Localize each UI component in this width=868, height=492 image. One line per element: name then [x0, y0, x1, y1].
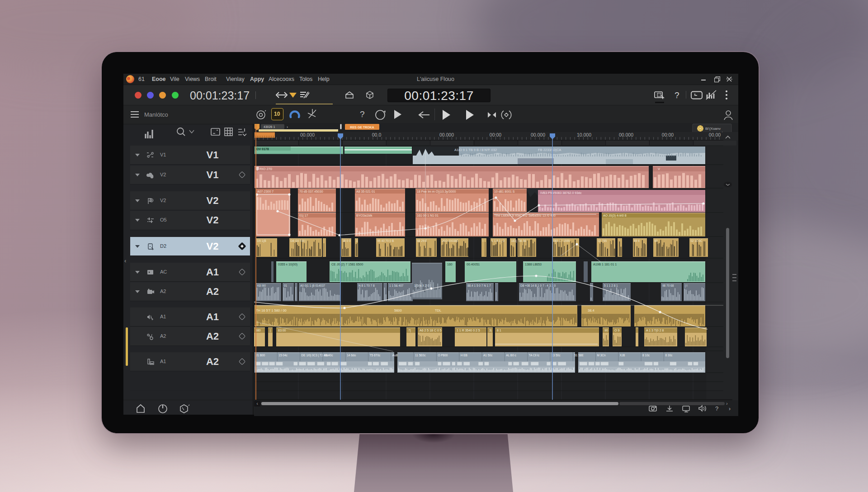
svg-text:11 5E0c: 11 5E0c [415, 354, 426, 357]
svg-text:A1iO 9 1 TB 9 B / 8 N'P. 032: A1iO 9 1 TB 9 B / 8 N'P. 032 [454, 148, 497, 152]
svg-text:1388 L8653: 1388 L8653 [525, 263, 542, 266]
svg-text:D8 G0 700 |: D8 G0 700 | [291, 239, 307, 243]
svg-text:TA Cll lc: TA Cll lc [529, 354, 540, 357]
svg-text:183|: 183| [511, 239, 517, 243]
svg-text:I: I [483, 239, 484, 242]
svg-text:69 ¢: 69 ¢ [634, 239, 640, 242]
svg-text:A19B 1 181 01 1: A19B 1 181 01 1 [593, 263, 617, 266]
svg-text:TH 16 5'7 1 580 / 00: TH 16 5'7 1 580 / 00 [256, 308, 287, 312]
svg-text:| I: | I [685, 284, 687, 288]
svg-text:10.000: 10.000 [577, 132, 591, 137]
svg-text:1 1 R 3540 0 2 5: 1 1 R 3540 0 2 5 [457, 329, 480, 332]
svg-text:1(5/|k X 2 0 ]: 1(5/|k X 2 0 ] [414, 284, 431, 288]
svg-text:70 d5 037.45030: 70 d5 037.45030 [299, 190, 323, 193]
svg-text:5 1 1 2 8 1: 5 1 1 2 8 1 [604, 284, 618, 287]
svg-text:00.000: 00.000 [619, 132, 633, 137]
svg-text:AL B0 c: AL B0 c [506, 354, 516, 357]
svg-text:00.000: 00.000 [300, 132, 315, 137]
svg-text:18 0 0: 18 0 0 [343, 239, 351, 242]
svg-text:160: 160 [447, 263, 453, 266]
svg-text:A8 35 021 01: A8 35 021 01 [356, 190, 375, 193]
svg-text:08 36: 08 36 [519, 239, 527, 242]
svg-text:AO J0(3) 4-tri0 8: AO J0(3) 4-tri0 8 [603, 214, 627, 218]
svg-text:43026 1: 43026 1 [264, 125, 275, 128]
svg-text:1 1 5& 407: 1 1 5& 407 [389, 284, 404, 287]
svg-text:01: 01 [284, 284, 288, 287]
svg-text:14 6do: 14 6do [347, 354, 356, 357]
svg-text:68 29:8: 68 29:8 [417, 239, 427, 242]
svg-text:01 40c: 01 40c [324, 354, 333, 357]
svg-text:10 d81 8001 S: 10 d81 8001 S [494, 190, 515, 193]
svg-text:D8 +08 14 B 1 0 7 - 4 3 2 0: D8 +08 14 B 1 0 7 - 4 3 2 0 [520, 284, 556, 287]
svg-text:': ' [722, 131, 722, 134]
svg-text:95 40 70 0 B: 95 40 70 0 B [377, 239, 394, 242]
svg-text:A 1 3 T|0 2 8: A 1 3 T|0 2 8 [646, 329, 664, 332]
svg-text:›: › [287, 125, 288, 129]
svg-text:K8 I90: K8 I90 [257, 284, 266, 287]
svg-text:90: 90 [604, 329, 608, 332]
svg-text:01| 17: 01| 17 [299, 214, 308, 218]
svg-text:8 30c: 8 30c [665, 354, 673, 357]
svg-text:A6 2 5 18 C 0 5: A6 2 5 18 C 0 5 [420, 329, 442, 332]
svg-text:N 8 1 T0 7 8: N 8 1 T0 7 8 [359, 284, 375, 287]
svg-text:20/3 200380: 20/3 200380 [442, 239, 459, 242]
svg-text:T5 6T0c: T5 6T0c [370, 354, 381, 357]
svg-text:A0 0|1 1 (8 014037: A0 0|1 1 (8 014037 [300, 284, 326, 288]
svg-text:00.000: 00.000 [531, 132, 545, 137]
svg-text:98 70 68: 98 70 68 [662, 284, 674, 287]
svg-text:60: 60 [655, 239, 658, 242]
svg-text:8 1: 8 1 [497, 329, 501, 332]
svg-text:OV 0178: OV 0178 [256, 147, 269, 151]
svg-text:BYO3a1blk: BYO3a1blk [356, 214, 373, 217]
svg-text:3: 3 [356, 239, 358, 242]
svg-text:161 00 1 N1 01: 161 00 1 N1 01 [417, 214, 439, 217]
svg-text:0355 x 10(00): 0355 x 10(00) [278, 263, 297, 266]
svg-text:A1 50c: A1 50c [483, 354, 493, 357]
svg-text:Bl'(Xoanv: Bl'(Xoanv [705, 127, 721, 131]
svg-text:02 785: 02 785 [598, 239, 607, 242]
svg-text:081 L7 1555: 081 L7 1555 [554, 239, 571, 242]
svg-text:00:00: 00:00 [662, 132, 674, 137]
svg-text:02 10 0C: 02 10 0C [691, 239, 703, 242]
svg-text:O P800: O P800 [438, 354, 448, 357]
svg-text:A07-2300 7: A07-2300 7 [257, 190, 274, 193]
svg-text:XJ8: XJ8 [620, 354, 625, 357]
svg-text:TDL: TDL [435, 308, 441, 312]
svg-text:00:00: 00:00 [490, 132, 501, 137]
svg-text:V: V [658, 167, 660, 171]
svg-text:CE J0 (2) 7 1581 6500: CE J0 (2) 7 1581 6500 [331, 263, 363, 266]
svg-text:8 10c: 8 10c [642, 354, 650, 357]
svg-text:RES GE TROKA: RES GE TROKA [350, 126, 374, 129]
svg-text:M 3Cn: M 3Cn [597, 354, 606, 357]
svg-text:5600: 5600 [394, 308, 402, 312]
svg-text:3|: 3| [489, 329, 492, 332]
svg-text:88.4 1 5 0 7 N 1 7: 88.4 1 5 0 7 N 1 7 [467, 284, 491, 287]
svg-text:83:00: 83:00 [278, 329, 286, 332]
svg-text:|: | [270, 329, 271, 332]
svg-text:13 50c: 13 50c [552, 354, 561, 357]
svg-text:?: ? [715, 405, 718, 412]
svg-text:15 04c: 15 04c [278, 354, 288, 357]
svg-text:D5 1(B: D5 1(B [257, 239, 266, 243]
svg-text:1 1 8 1 | 2: 1 1 8 1 | 2 [492, 239, 505, 243]
svg-text:RIO 270: RIO 270 [259, 167, 272, 171]
svg-text:7|: 7| [408, 329, 411, 332]
svg-text:00.0: 00.0 [372, 132, 382, 137]
svg-text:IVB3 P50/5083 38762.0 93dc: IVB3 P50/5083 38762.0 93dc [540, 191, 582, 194]
svg-text:›: › [729, 406, 731, 412]
svg-text:00.00: 00.00 [709, 132, 721, 137]
svg-text:J1 B00: J1 B00 [256, 354, 265, 357]
svg-text:O 9: O 9 [614, 329, 619, 332]
svg-text:00.40051: 00.40051 [467, 263, 480, 266]
svg-text:38.4: 38.4 [588, 308, 594, 312]
svg-text:H EB: H EB [461, 354, 467, 357]
svg-text:Au8: Au8 [392, 354, 398, 357]
svg-text:51 58E: 51 58E [574, 354, 584, 357]
svg-text:00.000: 00.000 [439, 132, 454, 137]
svg-text:18 Pee Im m O))10.3y/3000: 18 Pee Im m O))10.3y/3000 [417, 190, 456, 194]
svg-text:FB 2233/10|CA: FB 2233/10|CA [538, 148, 561, 152]
